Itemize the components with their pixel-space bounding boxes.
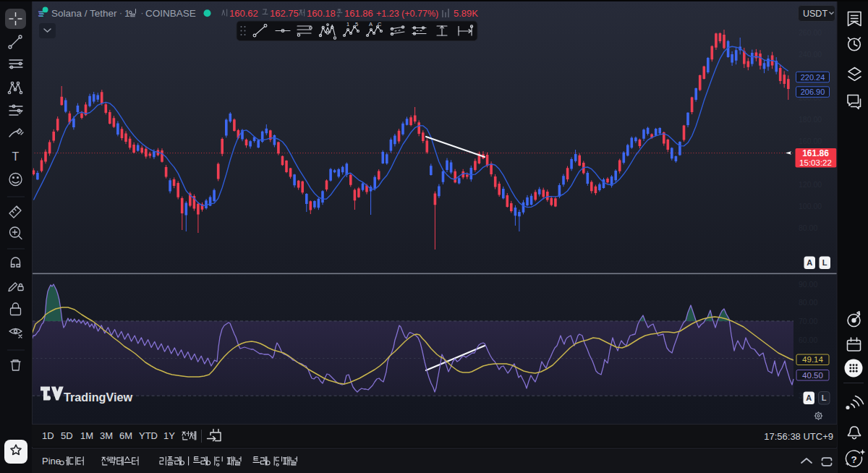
svg-text:L: L xyxy=(822,258,827,267)
svg-text:C: C xyxy=(378,21,382,27)
svg-text:+1.23 (+0.77%): +1.23 (+0.77%) xyxy=(376,9,438,19)
svg-text:161.86: 161.86 xyxy=(344,8,373,19)
svg-text:240.00: 240.00 xyxy=(799,50,822,59)
svg-text:90.00: 90.00 xyxy=(799,280,817,289)
svg-text:Solana / Tether: Solana / Tether xyxy=(51,8,117,19)
svg-text:Pine: Pine xyxy=(42,456,61,466)
svg-text:?: ? xyxy=(851,454,856,465)
svg-text:100.00: 100.00 xyxy=(799,202,822,210)
svg-text:1: 1 xyxy=(346,21,349,27)
svg-text:17:56:38 UTC+9: 17:56:38 UTC+9 xyxy=(764,431,833,442)
svg-text:T: T xyxy=(12,150,20,163)
svg-text:40.50: 40.50 xyxy=(802,371,823,380)
svg-text:TradingView: TradingView xyxy=(64,391,132,404)
svg-text:161.86: 161.86 xyxy=(802,148,829,158)
svg-text:1D: 1D xyxy=(42,430,54,441)
svg-text:15:03:22: 15:03:22 xyxy=(799,158,832,167)
svg-text:5: 5 xyxy=(355,21,358,27)
svg-text:YTD: YTD xyxy=(139,430,158,441)
svg-text:COINBASE: COINBASE xyxy=(145,8,196,19)
svg-text:80.00: 80.00 xyxy=(799,223,817,232)
svg-text:L: L xyxy=(822,393,827,402)
svg-text:120.00: 120.00 xyxy=(799,180,822,189)
svg-text:160.18: 160.18 xyxy=(307,8,336,19)
svg-text:162.75: 162.75 xyxy=(270,8,299,19)
svg-text:3M: 3M xyxy=(100,430,113,441)
svg-text:A: A xyxy=(806,393,812,402)
svg-text:·: · xyxy=(141,8,144,18)
svg-text:6M: 6M xyxy=(119,430,132,441)
svg-text:180.00: 180.00 xyxy=(799,115,822,124)
svg-text:60.00: 60.00 xyxy=(799,336,817,344)
svg-text:5.89K: 5.89K xyxy=(454,8,478,19)
svg-text:1M: 1M xyxy=(80,430,93,441)
svg-text:A: A xyxy=(807,258,812,267)
svg-text:·: · xyxy=(119,8,122,18)
svg-text:206.90: 206.90 xyxy=(801,88,825,96)
svg-text:49.14: 49.14 xyxy=(802,355,823,364)
svg-text:1Y: 1Y xyxy=(163,430,175,441)
svg-text:260.00: 260.00 xyxy=(799,28,822,37)
svg-text:A: A xyxy=(369,21,373,27)
svg-text:160.00: 160.00 xyxy=(799,137,822,145)
svg-text:70.00: 70.00 xyxy=(799,317,817,325)
svg-text:220.24: 220.24 xyxy=(801,73,825,82)
svg-text:80.00: 80.00 xyxy=(799,298,817,307)
svg-text:160.62: 160.62 xyxy=(229,8,258,19)
svg-text:USDT: USDT xyxy=(803,9,827,19)
svg-text:5D: 5D xyxy=(61,430,73,441)
